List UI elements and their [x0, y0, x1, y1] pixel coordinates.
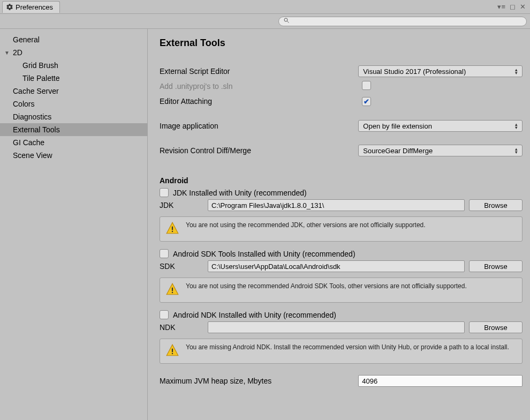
- sidebar-item-grid-brush[interactable]: Grid Brush: [0, 59, 147, 72]
- sidebar-item-label: External Tools: [13, 125, 60, 134]
- warning-icon: [165, 343, 179, 359]
- warning-text: You are not using the recommended JDK, o…: [186, 221, 426, 229]
- android-section-header: Android: [160, 176, 523, 185]
- unityproj-label: Add .unityproj's to .sln: [160, 82, 358, 91]
- search-input[interactable]: [278, 17, 527, 26]
- sidebar: General ▼2D Grid Brush Tile Palette Cach…: [0, 29, 148, 420]
- sdk-installed-label: Android SDK Tools Installed with Unity (…: [173, 250, 355, 258]
- sidebar-item-label: Scene View: [13, 151, 52, 160]
- svg-rect-5: [172, 292, 173, 293]
- external-editor-dropdown[interactable]: Visual Studio 2017 (Professional) ▴▾: [358, 65, 523, 77]
- updown-icon: ▴▾: [515, 68, 518, 74]
- dropdown-value: SourceGear DiffMerge: [363, 147, 433, 155]
- sidebar-item-label: GI Cache: [13, 138, 44, 147]
- image-app-label: Image application: [160, 122, 354, 130]
- ndk-path-input[interactable]: [208, 321, 465, 333]
- ndk-warning-box: You are missing Android NDK. Install the…: [160, 339, 523, 364]
- heap-label: Maximum JVM heap size, Mbytes: [160, 377, 354, 385]
- ndk-label: NDK: [160, 323, 203, 332]
- svg-rect-4: [172, 288, 173, 291]
- ndk-installed-label: Android NDK Installed with Unity (recomm…: [173, 311, 336, 319]
- search-bar: [0, 14, 530, 29]
- editor-attaching-checkbox[interactable]: [362, 97, 371, 106]
- chevron-down-icon[interactable]: ▼: [4, 50, 10, 56]
- jdk-warning-box: You are not using the recommended JDK, o…: [160, 216, 523, 242]
- sidebar-item-gi-cache[interactable]: GI Cache: [0, 136, 147, 149]
- content-pane: External Tools External Script Editor Vi…: [148, 29, 530, 420]
- gear-icon: [6, 3, 13, 11]
- sidebar-item-colors[interactable]: Colors: [0, 98, 147, 110]
- sidebar-item-label: 2D: [13, 48, 22, 57]
- window-title: Preferences: [16, 3, 53, 11]
- sidebar-item-scene-view[interactable]: Scene View: [0, 149, 147, 162]
- warning-icon: [165, 282, 179, 298]
- svg-rect-6: [172, 349, 173, 352]
- sdk-installed-checkbox[interactable]: [160, 249, 169, 258]
- warning-icon: [165, 221, 179, 237]
- sidebar-item-cache-server[interactable]: Cache Server: [0, 85, 147, 98]
- sdk-warning-box: You are not using the recommended Androi…: [160, 278, 523, 303]
- ndk-installed-checkbox[interactable]: [160, 310, 169, 319]
- image-app-dropdown[interactable]: Open by file extension ▴▾: [358, 120, 523, 132]
- editor-attaching-label: Editor Attaching: [160, 97, 358, 106]
- window-controls: ▾≡ ◻ ✕: [497, 3, 530, 11]
- sdk-browse-button[interactable]: Browse: [469, 260, 523, 272]
- diff-merge-label: Revision Control Diff/Merge: [160, 146, 354, 155]
- jdk-path-input[interactable]: [208, 199, 465, 211]
- search-icon: [283, 17, 290, 25]
- sidebar-item-external-tools[interactable]: External Tools: [0, 123, 147, 136]
- sidebar-item-label: Tile Palette: [22, 74, 60, 82]
- sdk-path-input[interactable]: [208, 260, 465, 272]
- warning-text: You are missing Android NDK. Install the…: [186, 343, 509, 351]
- dropdown-value: Visual Studio 2017 (Professional): [363, 68, 466, 76]
- jdk-installed-checkbox[interactable]: [160, 188, 169, 197]
- svg-rect-7: [172, 353, 173, 354]
- window-maximize-icon[interactable]: ◻: [510, 3, 516, 11]
- svg-point-0: [284, 18, 287, 21]
- jdk-browse-button[interactable]: Browse: [469, 199, 523, 211]
- sidebar-item-general[interactable]: General: [0, 33, 147, 46]
- sidebar-item-2d[interactable]: ▼2D: [0, 46, 147, 59]
- page-title: External Tools: [160, 38, 523, 49]
- dropdown-value: Open by file extension: [363, 122, 432, 130]
- jdk-installed-label: JDK Installed with Unity (recommended): [173, 189, 307, 197]
- svg-line-1: [287, 21, 289, 23]
- unityproj-checkbox[interactable]: [362, 81, 371, 90]
- jdk-label: JDK: [160, 201, 203, 209]
- title-bar: Preferences ▾≡ ◻ ✕: [0, 0, 530, 14]
- warning-text: You are not using the recommended Androi…: [186, 282, 467, 290]
- window-close-icon[interactable]: ✕: [520, 3, 526, 11]
- svg-rect-3: [172, 231, 173, 232]
- ndk-browse-button[interactable]: Browse: [469, 321, 523, 333]
- sidebar-item-label: Grid Brush: [22, 61, 58, 70]
- sidebar-item-tile-palette[interactable]: Tile Palette: [0, 72, 147, 85]
- window-tab[interactable]: Preferences: [2, 1, 60, 13]
- sidebar-item-label: General: [13, 35, 40, 44]
- updown-icon: ▴▾: [515, 147, 518, 154]
- sdk-label: SDK: [160, 262, 203, 271]
- diff-merge-dropdown[interactable]: SourceGear DiffMerge ▴▾: [358, 145, 523, 156]
- sidebar-item-label: Cache Server: [13, 87, 59, 95]
- sidebar-item-label: Diagnostics: [13, 112, 51, 121]
- sidebar-item-diagnostics[interactable]: Diagnostics: [0, 110, 147, 123]
- external-editor-label: External Script Editor: [160, 67, 354, 76]
- heap-input[interactable]: [358, 375, 523, 387]
- updown-icon: ▴▾: [515, 123, 518, 129]
- svg-rect-2: [172, 227, 173, 230]
- sidebar-item-label: Colors: [13, 100, 34, 108]
- window-menu-icon[interactable]: ▾≡: [497, 3, 505, 11]
